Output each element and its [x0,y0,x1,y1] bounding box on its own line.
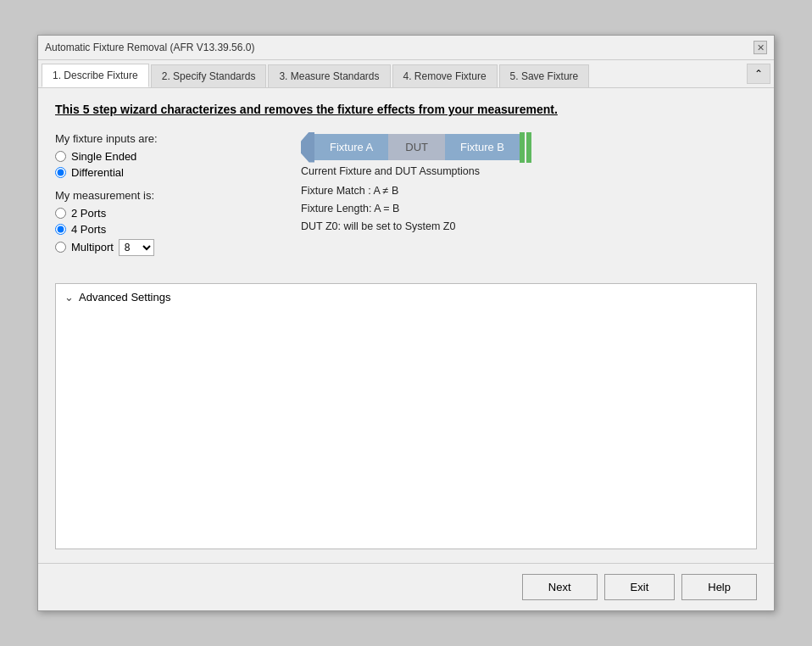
assumption-3: DUT Z0: will be set to System Z0 [301,218,480,236]
window-title: Automatic Fixture Removal (AFR V13.39.56… [45,42,254,53]
connector-right-bar1 [520,132,525,163]
advanced-settings-label: Advanced Settings [79,291,170,304]
assumption-1: Fixture Match : A ≠ B [301,182,480,200]
assumption-2: Fixture Length: A = B [301,200,480,218]
measurement-label: My measurement is: [55,189,275,202]
next-button[interactable]: Next [522,574,598,600]
help-button[interactable]: Help [681,574,757,600]
page-title: This 5 step wizard characterizes and rem… [55,102,757,119]
connector-right-group [520,132,531,163]
left-column: My fixture inputs are: Single Ended Diff… [55,132,275,266]
radio-single-ended-label: Single Ended [71,150,136,163]
radio-single-ended[interactable]: Single Ended [55,150,275,163]
radio-2ports-label: 2 Ports [71,207,106,220]
fixture-a-box: Fixture A [314,134,388,160]
tabs-bar: 1. Describe Fixture 2. Specify Standards… [38,60,774,88]
radio-2ports-input[interactable] [55,208,66,219]
assumptions-title: Current Fixture and DUT Assumptions [301,163,480,181]
connector-right-bar2 [526,132,531,163]
radio-2ports[interactable]: 2 Ports [55,207,275,220]
fixture-b-box: Fixture B [445,134,520,160]
tab-specify-standards[interactable]: 2. Specify Standards [151,64,267,87]
multiport-select[interactable]: 8 4 6 10 12 [119,239,154,256]
fixture-diagram: Fixture A DUT Fixture B [301,132,531,163]
radio-4ports-label: 4 Ports [71,223,106,236]
tab-remove-fixture[interactable]: 4. Remove Fixture [392,64,498,87]
radio-single-ended-input[interactable] [55,151,66,162]
radio-differential[interactable]: Differential [55,166,275,179]
exit-button[interactable]: Exit [604,574,676,600]
tab-scroll-button[interactable]: ⌃ [747,64,770,84]
right-column: Fixture A DUT Fixture B Current Fixture … [301,132,757,266]
close-button[interactable]: ✕ [754,41,767,54]
fixture-inputs-label: My fixture inputs are: [55,132,275,145]
tab-measure-standards[interactable]: 3. Measure Standards [268,64,390,87]
radio-multiport-row: Multiport 8 4 6 10 12 [55,239,275,256]
advanced-settings-section: ⌄ Advanced Settings [55,283,757,549]
radio-4ports[interactable]: 4 Ports [55,223,275,236]
advanced-settings-header[interactable]: ⌄ Advanced Settings [64,291,748,304]
fixture-inputs-group: Single Ended Differential [55,150,275,179]
two-column-layout: My fixture inputs are: Single Ended Diff… [55,132,757,266]
main-content: This 5 step wizard characterizes and rem… [38,88,774,563]
assumptions-box: Current Fixture and DUT Assumptions Fixt… [301,163,480,237]
radio-4ports-input[interactable] [55,224,66,235]
measurement-group: 2 Ports 4 Ports Multiport 8 4 [55,207,275,256]
tab-describe-fixture[interactable]: 1. Describe Fixture [42,64,149,87]
dut-box: DUT [388,134,445,160]
bottom-buttons: Next Exit Help [38,563,774,610]
chevron-down-icon: ⌄ [64,291,74,304]
radio-differential-label: Differential [71,166,124,179]
radio-multiport[interactable]: Multiport [55,241,114,253]
connector-left-icon [301,132,314,163]
title-bar: Automatic Fixture Removal (AFR V13.39.56… [38,36,774,60]
radio-differential-input[interactable] [55,167,66,178]
main-window: Automatic Fixture Removal (AFR V13.39.56… [37,35,775,611]
tab-save-fixture[interactable]: 5. Save Fixture [499,64,590,87]
radio-multiport-input[interactable] [55,242,66,253]
radio-multiport-label: Multiport [71,241,114,253]
